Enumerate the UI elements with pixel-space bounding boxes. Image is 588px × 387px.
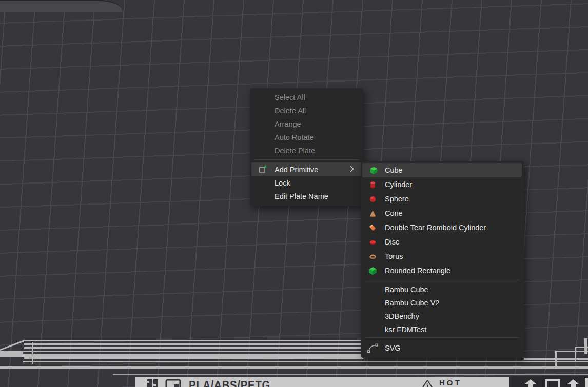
plate-label-bar: PLA/ABS/PETG HOT bbox=[135, 377, 509, 387]
submenu-item-label: Cylinder bbox=[385, 180, 412, 189]
plate-edge-block bbox=[0, 352, 23, 357]
menu-item-delete-all: Delete All bbox=[250, 104, 363, 117]
context-menu: Select All Delete All Arrange Auto Rotat… bbox=[250, 88, 363, 206]
submenu-item-label: ksr FDMTest bbox=[385, 325, 426, 334]
menu-item-label: Edit Plate Name bbox=[275, 192, 328, 200]
menu-separator bbox=[255, 159, 359, 160]
submenu-item-label: Torus bbox=[385, 252, 403, 260]
menu-item-label: Auto Rotate bbox=[275, 133, 314, 141]
plate-material-label: PLA/ABS/PETG bbox=[189, 378, 270, 387]
torus-icon bbox=[368, 252, 377, 261]
submenu-item-label: 3DBenchy bbox=[385, 312, 419, 320]
submenu-item-double-tear-romboid-cylinder[interactable]: Double Tear Romboid Cylinder bbox=[361, 220, 524, 235]
add-primitive-submenu: Cube Cylinder Sphere Cone bbox=[361, 161, 524, 358]
plate-edge-line bbox=[0, 351, 363, 352]
menu-item-label: Delete Plate bbox=[275, 147, 315, 155]
menu-item-label: Add Primitive bbox=[275, 166, 318, 174]
menu-item-add-primitive[interactable]: Add Primitive bbox=[251, 162, 361, 176]
menu-item-lock[interactable]: Lock bbox=[250, 176, 363, 190]
plate-dark-section bbox=[509, 376, 588, 387]
submenu-item-cone[interactable]: Cone bbox=[361, 206, 524, 220]
plate-type-icon bbox=[165, 379, 182, 387]
plate-front-line bbox=[23, 361, 588, 362]
submenu-item-bambu-cube[interactable]: Bambu Cube bbox=[361, 283, 524, 296]
submenu-item-ksr-fdmtest[interactable]: ksr FDMTest bbox=[361, 323, 524, 336]
cone-icon bbox=[368, 209, 377, 218]
menu-item-auto-rotate: Auto Rotate bbox=[250, 131, 363, 144]
menu-item-label: Select All bbox=[275, 93, 305, 101]
sphere-icon bbox=[368, 194, 377, 203]
submenu-item-label: Bambu Cube bbox=[385, 286, 428, 294]
plate-edge-line bbox=[0, 354, 363, 357]
add-primitive-icon bbox=[258, 165, 267, 174]
disc-icon bbox=[368, 237, 377, 247]
plate-corner-cutout bbox=[575, 347, 576, 362]
submenu-item-disc[interactable]: Disc bbox=[361, 235, 524, 249]
submenu-item-label: Disc bbox=[385, 238, 399, 246]
plate-edge-line bbox=[24, 347, 363, 349]
submenu-item-label: Cone bbox=[385, 209, 403, 217]
submenu-arrow-icon bbox=[350, 165, 354, 174]
submenu-item-label: Bambu Cube V2 bbox=[385, 299, 439, 307]
cylinder-icon bbox=[368, 180, 377, 189]
submenu-separator bbox=[366, 280, 519, 280]
plate-hot-label: HOT bbox=[439, 378, 462, 387]
plate-front-line bbox=[0, 366, 588, 369]
submenu-item-label: Cube bbox=[385, 166, 403, 174]
bezier-curve-icon bbox=[367, 343, 378, 353]
submenu-item-label: Rounded Rectangle bbox=[385, 267, 450, 275]
submenu-item-sphere[interactable]: Sphere bbox=[361, 192, 524, 206]
arrow-up-icon bbox=[522, 379, 539, 387]
lift-square-icon bbox=[544, 379, 561, 387]
menu-item-delete-plate: Delete Plate bbox=[250, 144, 363, 157]
arrow-up-icon bbox=[565, 379, 581, 387]
plate-edge-line bbox=[24, 357, 363, 359]
submenu-item-label: Double Tear Romboid Cylinder bbox=[385, 223, 486, 232]
menu-item-label: Arrange bbox=[275, 120, 301, 128]
submenu-item-cube[interactable]: Cube bbox=[362, 163, 522, 177]
submenu-item-label: Sphere bbox=[385, 195, 409, 203]
submenu-separator bbox=[366, 337, 519, 338]
romboid-cylinder-icon bbox=[368, 223, 377, 232]
submenu-item-svg[interactable]: SVG bbox=[361, 339, 524, 357]
warning-triangle-icon bbox=[420, 379, 435, 387]
plate-edge-line bbox=[555, 351, 588, 352]
plate-edge-line bbox=[24, 340, 363, 341]
plate-edge-line bbox=[24, 343, 363, 345]
plate-handle-tab bbox=[0, 0, 122, 12]
submenu-item-cylinder[interactable]: Cylinder bbox=[361, 177, 524, 192]
plate-edge-line bbox=[524, 358, 588, 360]
submenu-item-rounded-rectangle[interactable]: Rounded Rectangle bbox=[361, 263, 524, 278]
plate-right-notch bbox=[584, 338, 587, 354]
menu-item-edit-plate-name[interactable]: Edit Plate Name bbox=[250, 190, 363, 203]
menu-item-select-all: Select All bbox=[250, 91, 363, 104]
bambu-logo-icon bbox=[146, 379, 160, 387]
menu-item-label: Lock bbox=[275, 179, 290, 187]
menu-item-label: Delete All bbox=[275, 107, 306, 115]
cube-icon bbox=[369, 166, 378, 175]
menu-item-arrange: Arrange bbox=[250, 117, 363, 131]
rounded-rectangle-icon bbox=[368, 266, 377, 275]
plate-thin-line bbox=[113, 374, 588, 375]
submenu-item-label: SVG bbox=[385, 344, 401, 352]
submenu-item-bambu-cube-v2[interactable]: Bambu Cube V2 bbox=[361, 296, 524, 310]
submenu-item-3dbenchy[interactable]: 3DBenchy bbox=[361, 310, 524, 323]
submenu-item-torus[interactable]: Torus bbox=[361, 249, 524, 263]
plate-edge-end bbox=[585, 378, 588, 387]
